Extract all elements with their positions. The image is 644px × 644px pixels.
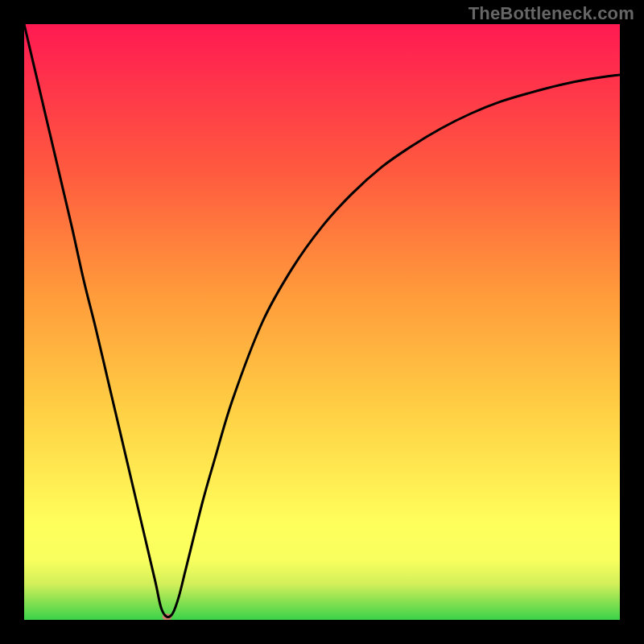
watermark-text: TheBottleneck.com — [469, 3, 634, 24]
chart-background — [24, 24, 620, 620]
plot-area — [24, 24, 620, 620]
chart-frame: TheBottleneck.com — [0, 0, 644, 644]
chart-svg — [24, 24, 620, 620]
